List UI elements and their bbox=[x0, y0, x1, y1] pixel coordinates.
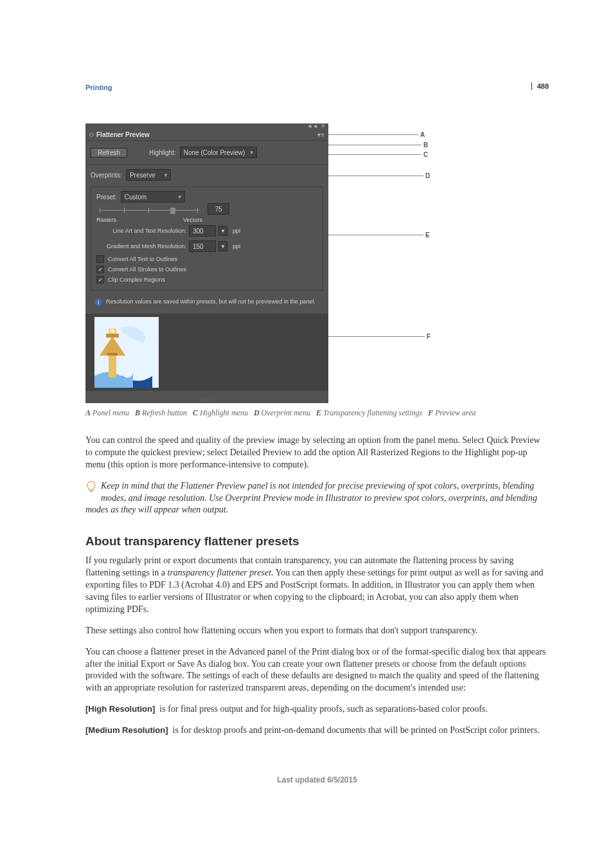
body-paragraph: These settings also control how flatteni… bbox=[85, 625, 549, 637]
section-header: Printing bbox=[85, 84, 549, 91]
preset-select[interactable]: Custom ▼ bbox=[121, 191, 185, 203]
callout-d: D bbox=[423, 172, 430, 179]
callout-f: F bbox=[425, 333, 431, 340]
chevron-down-icon: ▼ bbox=[175, 194, 182, 200]
chevron-down-icon: ▼ bbox=[161, 172, 168, 178]
footer-updated: Last updated 6/5/2015 bbox=[85, 775, 549, 784]
ppi-label: ppi bbox=[233, 228, 240, 234]
callout-c: C bbox=[422, 151, 428, 158]
raster-vector-slider[interactable] bbox=[96, 204, 202, 215]
definition-high: [High Resolution] is for final press out… bbox=[85, 703, 549, 716]
svg-rect-2 bbox=[107, 353, 118, 356]
line-art-input[interactable]: 300 bbox=[189, 225, 216, 237]
close-icon[interactable]: ✕ bbox=[321, 123, 326, 129]
lightbulb-icon bbox=[85, 480, 97, 494]
panel-menu-icon[interactable]: ▾≡ bbox=[317, 131, 324, 138]
figure-caption: A Panel menu B Refresh button C Highligh… bbox=[85, 408, 549, 418]
preview-area bbox=[85, 314, 328, 391]
callout-b: B bbox=[422, 141, 428, 149]
overprint-label: Overprints: bbox=[91, 172, 122, 179]
panel-resize-grip[interactable]: :::::: bbox=[85, 396, 328, 403]
heading-presets: About transparency flattener presets bbox=[85, 534, 549, 548]
page-number: 488 bbox=[531, 82, 549, 90]
gradient-label: Gradient and Mesh Resolution: bbox=[96, 243, 186, 249]
svg-rect-1 bbox=[109, 354, 116, 377]
line-art-label: Line Art and Text Resolution: bbox=[96, 228, 186, 234]
convert-text-checkbox[interactable] bbox=[96, 255, 104, 263]
slider-left-label: Rasters bbox=[96, 217, 116, 223]
collapse-icon[interactable]: ◄◄ bbox=[306, 123, 318, 129]
svg-point-5 bbox=[111, 329, 114, 333]
clip-regions-label: Clip Complex Regions bbox=[108, 276, 165, 283]
convert-text-label: Convert All Text to Outlines bbox=[108, 256, 177, 262]
highlight-select[interactable]: None (Color Preview) ▼ bbox=[180, 147, 257, 158]
transparency-settings-group: Preset: Custom ▼ bbox=[91, 186, 323, 291]
gradient-arrow[interactable]: ▼ bbox=[218, 241, 227, 251]
panel-title: Flattener Preview bbox=[96, 131, 150, 138]
overprint-value: Preserve bbox=[130, 172, 155, 179]
panel-tab-arrow-icon[interactable]: ◇ bbox=[89, 131, 94, 138]
gradient-input[interactable]: 150 bbox=[189, 240, 216, 252]
callout-a: A bbox=[418, 131, 425, 138]
body-paragraph: You can control the speed and quality of… bbox=[85, 435, 549, 471]
slider-right-label: Vectors bbox=[183, 217, 202, 223]
info-text: Resolution values are saved within prese… bbox=[106, 298, 315, 306]
convert-strokes-checkbox[interactable]: ✔ bbox=[96, 266, 104, 273]
line-art-arrow[interactable]: ▼ bbox=[218, 226, 227, 236]
flattener-preview-panel: ◄◄ ✕ ◇ Flattener Preview ▾≡ Refresh High… bbox=[85, 123, 328, 403]
tip-paragraph: Keep in mind that the Flattener Preview … bbox=[85, 480, 549, 517]
preview-image bbox=[94, 317, 159, 388]
definition-medium: [Medium Resolution] is for desktop proof… bbox=[85, 725, 549, 737]
clip-regions-checkbox[interactable]: ✔ bbox=[96, 276, 104, 284]
refresh-button[interactable]: Refresh bbox=[91, 148, 127, 158]
highlight-label: Highlight: bbox=[149, 149, 176, 156]
chevron-down-icon: ▼ bbox=[247, 150, 254, 156]
ppi-label: ppi bbox=[233, 243, 240, 249]
body-paragraph: You can choose a flattener preset in the… bbox=[85, 646, 549, 695]
slider-value-input[interactable]: 75 bbox=[208, 203, 229, 215]
svg-rect-3 bbox=[106, 334, 119, 338]
body-paragraph: If you regularly print or export documen… bbox=[85, 555, 549, 615]
highlight-value: None (Color Preview) bbox=[184, 149, 245, 156]
info-icon: i bbox=[94, 298, 102, 306]
preset-value: Custom bbox=[125, 194, 147, 201]
callout-e: E bbox=[423, 231, 430, 239]
overprint-select[interactable]: Preserve ▼ bbox=[126, 169, 171, 181]
preset-label: Preset: bbox=[96, 194, 117, 201]
convert-strokes-label: Convert All Strokes to Outlines bbox=[108, 266, 186, 273]
